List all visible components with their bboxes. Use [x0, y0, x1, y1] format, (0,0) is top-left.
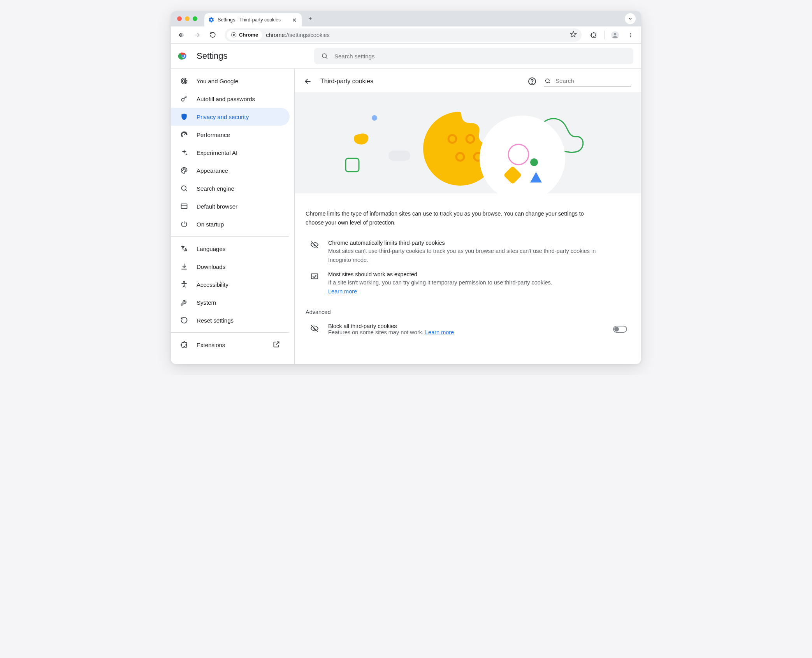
- browser-tab[interactable]: Settings - Third-party cookies ✕: [204, 13, 302, 26]
- gear-icon: [208, 17, 214, 23]
- google-g-icon: [180, 77, 188, 85]
- page-search-input[interactable]: [555, 77, 630, 84]
- sidebar-item-label: Languages: [197, 246, 225, 252]
- sidebar-item-accessibility[interactable]: Accessibility: [171, 275, 290, 293]
- svg-point-10: [630, 36, 631, 37]
- close-window-button[interactable]: [177, 16, 182, 21]
- sidebar-item-system[interactable]: System: [171, 293, 290, 311]
- chrome-icon: [231, 32, 237, 38]
- sidebar-item-label: System: [197, 299, 216, 306]
- svg-line-31: [549, 82, 550, 83]
- forward-button[interactable]: [190, 28, 204, 42]
- info-body: Most sites can't use third-party cookies…: [328, 247, 609, 264]
- sidebar-item-privacy[interactable]: Privacy and security: [171, 108, 290, 126]
- svg-point-26: [183, 281, 185, 283]
- svg-line-23: [186, 190, 187, 191]
- separator: [171, 236, 289, 237]
- sidebar-item-label: Performance: [197, 132, 230, 138]
- sidebar-item-label: Accessibility: [197, 281, 228, 288]
- zoom-window-button[interactable]: [193, 16, 197, 21]
- sidebar-item-default-browser[interactable]: Default browser: [171, 197, 290, 215]
- sidebar-item-label: On startup: [197, 221, 224, 228]
- info-expected: Most sites should work as expected If a …: [306, 264, 609, 296]
- sidebar-item-label: Downloads: [197, 263, 225, 270]
- svg-point-45: [530, 158, 538, 166]
- reload-button[interactable]: [206, 28, 219, 42]
- page-back-button[interactable]: [302, 76, 313, 87]
- svg-point-22: [181, 186, 186, 190]
- sidebar-item-extensions[interactable]: Extensions: [171, 336, 290, 354]
- extensions-button[interactable]: [587, 28, 600, 42]
- info-limits: Chrome automatically limits third-party …: [306, 233, 609, 264]
- address-bar[interactable]: Chrome chrome://settings/cookies: [225, 28, 582, 42]
- svg-point-9: [630, 34, 631, 35]
- translate-icon: [180, 245, 188, 253]
- svg-point-17: [181, 98, 184, 101]
- wrench-icon: [180, 298, 188, 306]
- sidebar-item-appearance[interactable]: Appearance: [171, 161, 290, 179]
- page-search[interactable]: [544, 76, 631, 86]
- sidebar-item-downloads[interactable]: Downloads: [171, 258, 290, 275]
- setting-block-all: Block all third-party cookies Features o…: [306, 318, 630, 335]
- sparkle-icon: [180, 149, 188, 156]
- back-button[interactable]: [175, 28, 188, 42]
- learn-more-link[interactable]: Learn more: [328, 288, 357, 295]
- checkbox-icon: [310, 271, 319, 296]
- main: Third-party cookies: [295, 69, 641, 364]
- search-icon: [321, 53, 328, 60]
- new-tab-button[interactable]: [305, 13, 316, 24]
- puzzle-icon: [180, 341, 188, 349]
- svg-point-8: [630, 33, 631, 34]
- minimize-window-button[interactable]: [185, 16, 190, 21]
- svg-point-43: [480, 116, 565, 193]
- browser-window: Settings - Third-party cookies ✕ Chrome: [171, 11, 641, 364]
- svg-rect-38: [388, 151, 410, 161]
- page-header: Third-party cookies: [295, 69, 641, 92]
- sidebar-item-performance[interactable]: Performance: [171, 126, 290, 144]
- kebab-menu-button[interactable]: [624, 28, 637, 42]
- sidebar-item-autofill[interactable]: Autofill and passwords: [171, 90, 290, 108]
- close-tab-button[interactable]: ✕: [292, 17, 297, 23]
- search-icon: [180, 184, 188, 192]
- external-link-icon: [272, 340, 280, 349]
- sidebar-item-reset[interactable]: Reset settings: [171, 311, 290, 329]
- svg-point-21: [185, 170, 186, 170]
- sidebar-item-on-startup[interactable]: On startup: [171, 215, 290, 233]
- sidebar-item-label: Experimental AI: [197, 149, 237, 156]
- learn-more-link[interactable]: Learn more: [425, 329, 454, 335]
- svg-point-7: [614, 33, 616, 35]
- sidebar-item-search-engine[interactable]: Search engine: [171, 179, 290, 197]
- tab-search-button[interactable]: [625, 13, 636, 24]
- sidebar-item-experimental-ai[interactable]: Experimental AI: [171, 144, 290, 161]
- search-settings[interactable]: [314, 48, 633, 64]
- setting-body: Features on some sites may not work.: [328, 329, 425, 335]
- site-chip[interactable]: Chrome: [227, 30, 262, 40]
- titlebar: Settings - Third-party cookies ✕: [171, 11, 641, 26]
- site-chip-label: Chrome: [239, 32, 258, 38]
- sidebar-item-label: Reset settings: [197, 317, 234, 324]
- sidebar-item-label: You and Google: [197, 78, 238, 84]
- sidebar-item-languages[interactable]: Languages: [171, 240, 290, 258]
- power-icon: [180, 220, 188, 228]
- key-icon: [180, 95, 188, 103]
- search-icon: [545, 78, 551, 84]
- svg-point-36: [372, 115, 377, 121]
- sidebar-item-label: Privacy and security: [197, 114, 249, 120]
- shield-icon: [180, 113, 188, 121]
- search-settings-input[interactable]: [334, 53, 626, 60]
- help-button[interactable]: [527, 77, 537, 86]
- url-text: chrome://settings/cookies: [266, 32, 330, 38]
- info-title: Chrome automatically limits third-party …: [328, 240, 609, 246]
- eye-off-icon: [310, 240, 319, 264]
- svg-point-29: [532, 83, 533, 84]
- svg-point-20: [185, 168, 185, 169]
- separator: [171, 332, 289, 333]
- block-all-toggle[interactable]: [613, 326, 627, 333]
- sidebar-item-you-and-google[interactable]: You and Google: [171, 72, 290, 90]
- bookmark-button[interactable]: [570, 31, 577, 39]
- sidebar-item-label: Extensions: [197, 342, 225, 348]
- profile-button[interactable]: [608, 28, 622, 42]
- svg-rect-48: [311, 274, 318, 279]
- info-body: If a site isn't working, you can try giv…: [328, 279, 552, 286]
- speedometer-icon: [180, 131, 188, 139]
